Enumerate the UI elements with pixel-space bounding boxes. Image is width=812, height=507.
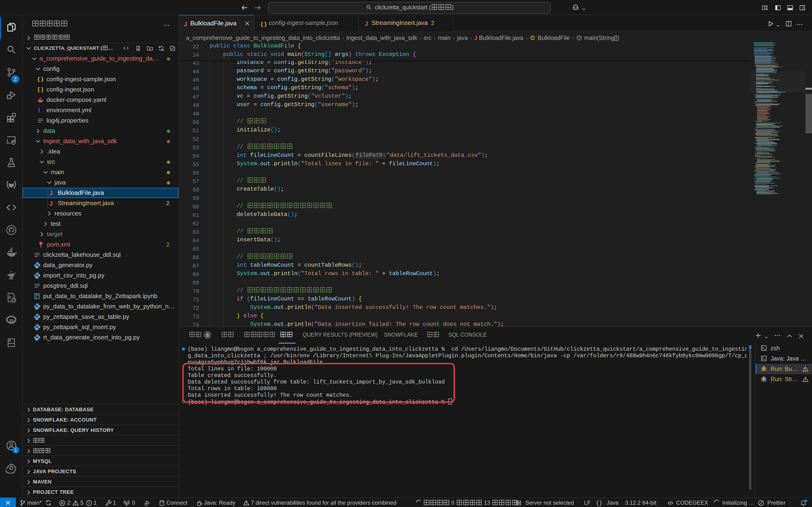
svg-text:R: R: [9, 318, 14, 325]
